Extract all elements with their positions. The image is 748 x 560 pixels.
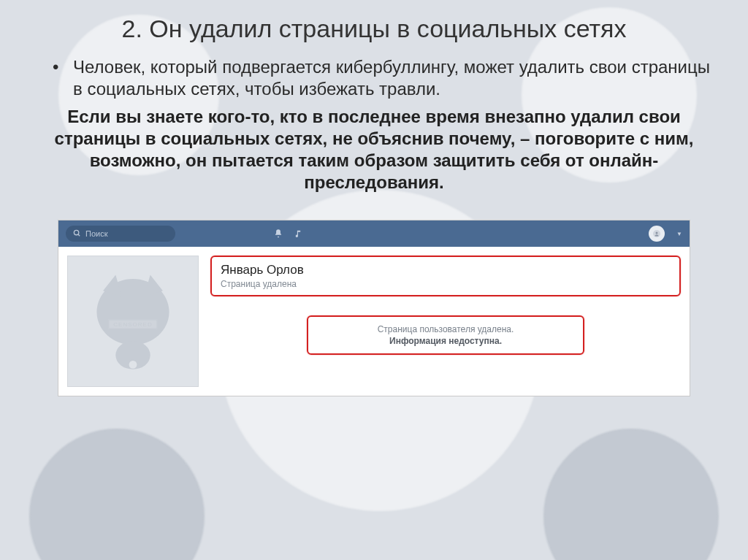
svg-point-0 xyxy=(74,230,78,234)
censored-label: CENSORED xyxy=(108,319,157,329)
search-placeholder: Поиск xyxy=(85,229,107,238)
profile-name: Январь Орлов xyxy=(221,263,671,277)
deleted-line-1: Страница пользователя удалена. xyxy=(320,324,571,334)
music-icon[interactable] xyxy=(294,229,303,239)
slide: 2. Он удалил страницы в социальных сетях… xyxy=(0,0,748,560)
header-avatar[interactable] xyxy=(649,226,665,242)
highlight-name-box: Январь Орлов Страница удалена xyxy=(210,256,681,296)
vk-profile-area: Январь Орлов Страница удалена Страница п… xyxy=(210,256,681,387)
svg-line-1 xyxy=(78,234,80,235)
bullet-item: Человек, который подвергается кибербулли… xyxy=(73,56,719,100)
bullet-list: Человек, который подвергается кибербулли… xyxy=(29,56,719,100)
highlight-deleted-box: Страница пользователя удалена. Информаци… xyxy=(307,315,584,355)
bell-icon[interactable] xyxy=(273,229,283,239)
censored-avatar: CENSORED xyxy=(85,269,180,374)
vk-avatar-placeholder: CENSORED xyxy=(67,256,199,387)
vk-header: Поиск ▼ xyxy=(58,220,690,247)
chevron-down-icon[interactable]: ▼ xyxy=(676,231,682,237)
profile-status: Страница удалена xyxy=(221,279,671,289)
vk-body: CENSORED Январь Орлов Страница удалена С… xyxy=(58,247,690,396)
vk-screenshot: Поиск ▼ xyxy=(58,220,690,396)
vk-search-input[interactable]: Поиск xyxy=(66,226,175,242)
search-icon xyxy=(73,229,81,239)
svg-point-5 xyxy=(129,361,137,369)
deleted-line-2: Информация недоступна. xyxy=(320,336,571,346)
emphasis-paragraph: Если вы знаете кого-то, кто в последнее … xyxy=(29,106,719,193)
slide-title: 2. Он удалил страницы в социальных сетях xyxy=(29,15,719,43)
